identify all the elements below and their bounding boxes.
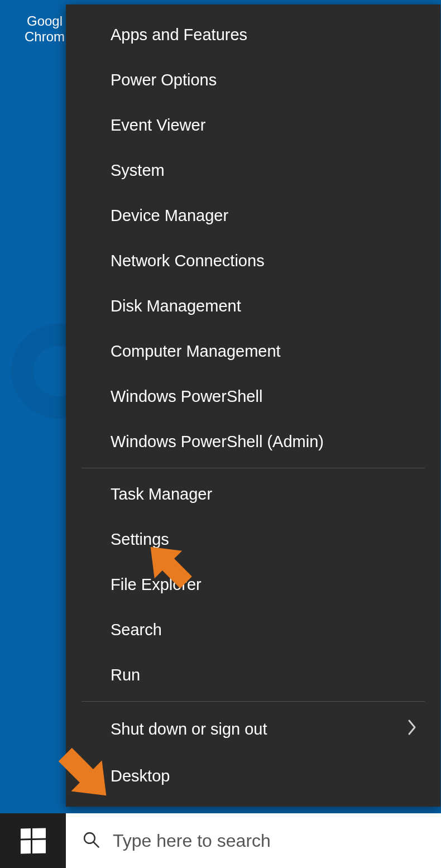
desktop-icon-chrome[interactable]: Googl Chrom [22, 13, 67, 45]
menu-item-label: Shut down or sign out [111, 720, 267, 738]
taskbar [0, 813, 441, 868]
menu-item-label: Power Options [111, 71, 217, 89]
menu-item-label: Run [111, 666, 140, 684]
menu-item-task-manager[interactable]: Task Manager [66, 472, 440, 517]
menu-item-search[interactable]: Search [66, 607, 440, 653]
menu-item-label: Network Connections [111, 252, 265, 270]
menu-separator [82, 701, 425, 702]
menu-item-network-connections[interactable]: Network Connections [66, 238, 440, 284]
menu-item-label: Task Manager [111, 485, 212, 503]
menu-item-label: Search [111, 621, 162, 639]
menu-item-label: Apps and Features [111, 26, 247, 44]
winx-context-menu: Apps and Features Power Options Event Vi… [66, 4, 440, 807]
svg-line-1 [93, 842, 98, 847]
desktop-icon-label-line2: Chrom [22, 29, 67, 45]
desktop-icon-label-line1: Googl [22, 13, 67, 29]
menu-item-file-explorer[interactable]: File Explorer [66, 562, 440, 607]
taskbar-search-box[interactable] [66, 813, 441, 868]
menu-item-label: Event Viewer [111, 116, 205, 135]
windows-logo-icon [21, 828, 46, 853]
menu-item-label: Windows PowerShell [111, 387, 262, 406]
menu-item-device-manager[interactable]: Device Manager [66, 193, 440, 238]
chevron-right-icon [407, 718, 418, 740]
menu-item-label: Desktop [111, 767, 170, 785]
menu-item-label: Disk Management [111, 297, 241, 315]
menu-item-disk-management[interactable]: Disk Management [66, 284, 440, 329]
menu-item-system[interactable]: System [66, 148, 440, 193]
menu-item-power-options[interactable]: Power Options [66, 57, 440, 103]
taskbar-search-input[interactable] [113, 831, 425, 851]
menu-item-event-viewer[interactable]: Event Viewer [66, 103, 440, 148]
menu-item-label: Settings [111, 530, 169, 549]
search-icon [82, 830, 100, 851]
menu-item-label: Windows PowerShell (Admin) [111, 433, 324, 451]
menu-item-windows-powershell-admin[interactable]: Windows PowerShell (Admin) [66, 419, 440, 464]
menu-item-label: Computer Management [111, 342, 281, 361]
menu-item-settings[interactable]: Settings [66, 517, 440, 562]
menu-item-label: System [111, 161, 165, 180]
menu-item-desktop[interactable]: Desktop [66, 754, 440, 799]
menu-separator [82, 468, 425, 468]
menu-item-computer-management[interactable]: Computer Management [66, 329, 440, 374]
menu-item-label: Device Manager [111, 207, 228, 225]
menu-item-apps-and-features[interactable]: Apps and Features [66, 12, 440, 57]
menu-item-shut-down-or-sign-out[interactable]: Shut down or sign out [66, 705, 440, 754]
start-button[interactable] [0, 813, 66, 868]
menu-item-windows-powershell[interactable]: Windows PowerShell [66, 374, 440, 419]
menu-item-label: File Explorer [111, 576, 202, 594]
menu-item-run[interactable]: Run [66, 653, 440, 698]
